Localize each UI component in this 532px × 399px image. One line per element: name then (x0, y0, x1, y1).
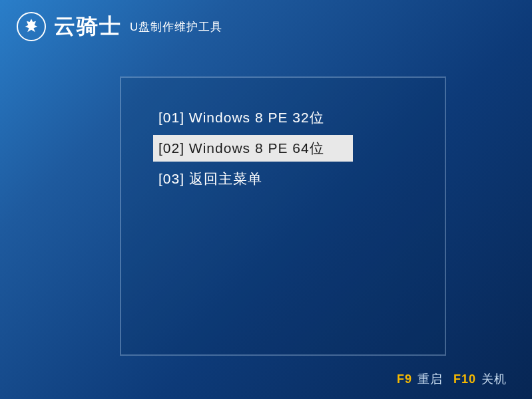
footer-hints: F9 重启 F10 关机 (397, 371, 512, 387)
menu-item-2[interactable]: [03] 返回主菜单 (153, 166, 353, 192)
menu-item-1[interactable]: [02] Windows 8 PE 64位 (153, 135, 353, 162)
f10-label: 关机 (481, 371, 507, 387)
menu-list: [01] Windows 8 PE 32位[02] Windows 8 PE 6… (153, 104, 445, 192)
f10-key: F10 (453, 372, 476, 386)
f9-key: F9 (397, 372, 412, 386)
menu-item-0[interactable]: [01] Windows 8 PE 32位 (153, 104, 353, 131)
header: 云骑士 U盘制作维护工具 (0, 0, 532, 53)
f9-label: 重启 (417, 371, 443, 387)
svg-point-0 (30, 25, 33, 29)
knight-icon (22, 17, 41, 36)
logo-circle (17, 12, 46, 41)
brand-name: 云骑士 (54, 12, 122, 41)
boot-menu-panel: [01] Windows 8 PE 32位[02] Windows 8 PE 6… (120, 76, 446, 356)
subtitle: U盘制作维护工具 (130, 19, 222, 35)
